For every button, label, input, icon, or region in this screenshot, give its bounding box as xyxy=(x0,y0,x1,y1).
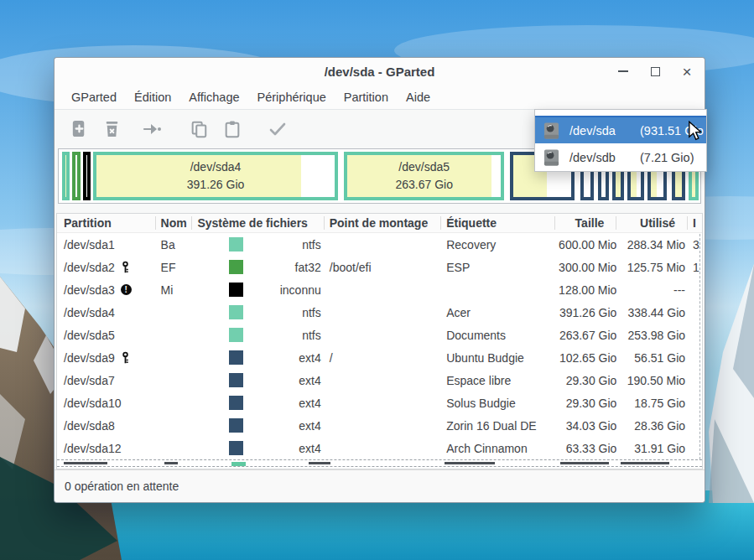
partition-used: 31.91 Gio xyxy=(616,442,688,455)
partition-segment[interactable] xyxy=(72,152,81,200)
column-header-mount[interactable]: Point de montage xyxy=(325,216,441,230)
menu-gparted[interactable]: GParted xyxy=(64,87,124,107)
table-row[interactable]: /dev/sda2 EF fat32 /boot/efi ESP 300.00 … xyxy=(57,256,702,278)
copy-icon xyxy=(190,120,208,138)
column-header-nom[interactable]: Nom xyxy=(156,216,193,230)
partition-label: Ubuntu Budgie xyxy=(441,351,554,365)
partition-name: /dev/sda12 xyxy=(64,442,122,455)
column-header-partition[interactable]: Partition xyxy=(57,216,156,230)
fs-color-swatch xyxy=(229,305,243,319)
fs-name: ext4 xyxy=(243,419,324,433)
table-row[interactable]: /dev/sda4 ntfs Acer 391.26 Gio 338.44 Gi… xyxy=(57,301,702,324)
paste-icon xyxy=(223,120,242,138)
partition-label: ESP xyxy=(441,261,554,274)
close-icon: × xyxy=(682,64,691,80)
table-row[interactable]: /dev/sda5 ntfs Documents 263.67 Gio 253.… xyxy=(57,324,702,346)
partition-nom: Ba xyxy=(156,238,193,251)
table-row[interactable]: /dev/sda10 ext4 Solus Budgie 29.30 Gio 1… xyxy=(57,391,702,414)
desktop: /dev/sda - GParted × GParted Édition Aff… xyxy=(0,0,754,560)
menu-affichage[interactable]: Affichage xyxy=(181,87,247,107)
partition-label: Zorin 16 Dual DE xyxy=(441,419,554,433)
warning-icon: ! xyxy=(121,284,132,295)
harddisk-icon xyxy=(543,148,559,167)
harddisk-icon xyxy=(543,122,559,140)
partition-segment[interactable] xyxy=(83,152,91,200)
table-row[interactable]: /dev/sda12 ext4 Arch Cinnamon 63.33 Gio … xyxy=(57,437,702,459)
partition-segment-sda4[interactable]: /dev/sda4 391.26 Gio xyxy=(93,152,338,200)
column-header-fs[interactable]: Système de fichiers xyxy=(192,216,324,230)
maximize-button[interactable] xyxy=(646,62,664,80)
gparted-window: /dev/sda - GParted × GParted Édition Aff… xyxy=(54,57,705,503)
partition-used: 190.50 Mio xyxy=(616,374,688,387)
partition-used: 253.98 Gio xyxy=(616,329,688,342)
fs-color-swatch xyxy=(229,441,243,455)
partition-used: --- xyxy=(616,283,688,297)
close-button[interactable]: × xyxy=(678,62,696,80)
table-row[interactable]: /dev/sda8 ext4 Zorin 16 Dual DE 34.03 Gi… xyxy=(57,414,702,437)
minimize-button[interactable] xyxy=(614,62,632,80)
minimize-icon xyxy=(618,70,628,72)
copy-button[interactable] xyxy=(188,118,210,140)
partition-name: /dev/sda2 xyxy=(64,261,115,274)
fs-color-swatch xyxy=(229,373,243,387)
apply-operations-button[interactable] xyxy=(267,118,289,140)
table-row-clipped[interactable] xyxy=(57,459,702,467)
column-header-label[interactable]: Étiquette xyxy=(441,216,554,230)
partition-label: Acer xyxy=(441,306,554,319)
table-header: Partition Nom Système de fichiers Point … xyxy=(57,214,702,233)
column-header-size[interactable]: Taille xyxy=(555,216,617,230)
partition-name: /dev/sda9 xyxy=(64,351,115,365)
partition-name: /dev/sda8 xyxy=(64,419,115,433)
device-option-sda[interactable]: /dev/sda (931.51 Gio xyxy=(535,116,706,143)
menu-aide[interactable]: Aide xyxy=(398,87,438,107)
partition-segment-sda5[interactable]: /dev/sda5 263.67 Gio xyxy=(344,152,504,200)
partition-used: 125.75 Mio xyxy=(616,261,688,274)
paste-button[interactable] xyxy=(221,118,243,140)
status-bar: 0 opération en attente xyxy=(55,469,705,502)
partition-size: 128.00 Mio xyxy=(555,283,617,297)
table-row[interactable]: /dev/sda1 Ba ntfs Recovery 600.00 Mio 28… xyxy=(57,233,702,256)
fs-color-swatch xyxy=(229,418,243,433)
menu-peripherique[interactable]: Périphérique xyxy=(250,87,334,107)
mount-point: / xyxy=(325,351,441,365)
partition-used: 288.34 Mio xyxy=(616,238,688,251)
delete-partition-button[interactable] xyxy=(101,118,122,140)
device-option-sdb[interactable]: /dev/sdb (7.21 Gio) xyxy=(535,143,706,171)
partition-nom: EF xyxy=(156,261,193,274)
lock-key-icon xyxy=(122,261,129,273)
fs-name: ext4 xyxy=(243,442,324,455)
column-header-used[interactable]: Utilisé xyxy=(616,216,688,230)
partition-size: 102.65 Gio xyxy=(555,351,617,365)
fs-name: inconnu xyxy=(243,283,324,297)
new-partition-icon xyxy=(70,119,89,138)
partition-segment-size: 263.67 Gio xyxy=(395,176,453,194)
table-row[interactable]: /dev/sda7 ext4 Espace libre 29.30 Gio 19… xyxy=(57,369,702,391)
fs-name: ntfs xyxy=(243,306,324,319)
fs-color-swatch xyxy=(229,237,243,251)
partition-segment[interactable] xyxy=(62,152,70,200)
column-header-unused[interactable]: I xyxy=(688,216,702,230)
partition-size: 600.00 Mio xyxy=(555,238,617,251)
maximize-icon xyxy=(651,67,660,76)
table-row[interactable]: /dev/sda9 ext4 / Ubuntu Budgie 102.65 Gi… xyxy=(57,346,702,369)
titlebar[interactable]: /dev/sda - GParted × xyxy=(55,58,705,85)
fs-color-swatch xyxy=(229,328,243,342)
mount-point: /boot/efi xyxy=(325,261,441,274)
window-title: /dev/sda - GParted xyxy=(325,65,435,79)
partition-segment-name: /dev/sda5 xyxy=(398,158,450,176)
partition-segment-size: 391.26 Gio xyxy=(187,176,245,194)
partition-size: 300.00 Mio xyxy=(555,261,617,274)
partition-label: Solus Budgie xyxy=(441,397,554,410)
partition-table: Partition Nom Système de fichiers Point … xyxy=(56,213,703,469)
new-partition-button[interactable] xyxy=(68,118,90,140)
table-row[interactable]: /dev/sda3 ! Mi inconnu 128.00 Mio --- xyxy=(57,278,702,301)
fs-name: ext4 xyxy=(243,374,324,387)
table-focus-dash xyxy=(699,234,700,459)
resize-move-button[interactable] xyxy=(141,118,163,140)
menu-edition[interactable]: Édition xyxy=(127,87,179,107)
menu-partition[interactable]: Partition xyxy=(336,87,396,107)
apply-checkmark-icon xyxy=(268,119,288,139)
fs-color-swatch xyxy=(229,396,243,410)
partition-label: Arch Cinnamon xyxy=(441,442,554,455)
fs-name: ntfs xyxy=(243,238,324,251)
